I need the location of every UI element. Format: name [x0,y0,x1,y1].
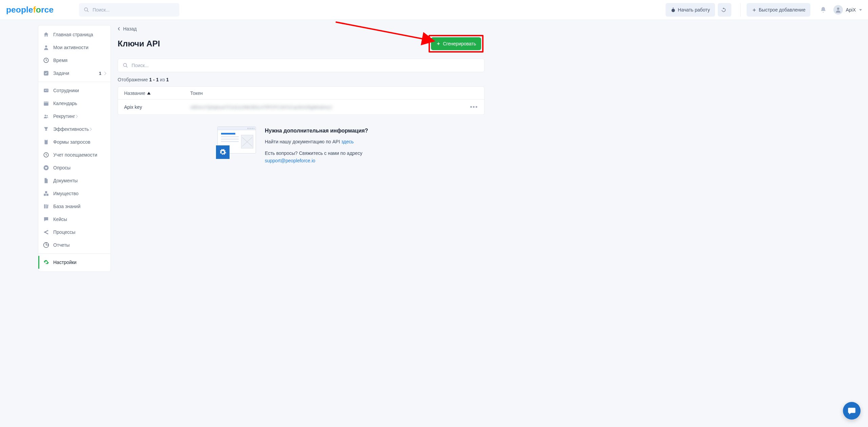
quick-add-button[interactable]: Быстрое добавление [747,3,811,17]
svg-rect-17 [46,194,48,196]
sidebar-item-12[interactable]: Документы [38,174,111,187]
chat-icon [43,216,49,222]
info-illustration [216,126,256,159]
recent-button[interactable] [718,3,731,17]
sidebar-item-6[interactable]: Календарь [38,97,111,110]
svg-point-10 [45,115,46,117]
info-heading: Нужна дополнительная информация? [265,126,368,135]
col-header-name[interactable]: Название [124,90,190,96]
sidebar-item-11[interactable]: Опросы [38,161,111,174]
sidebar-item-10[interactable]: Учет посещаемости [38,148,111,161]
annotation-highlight: Сгенерировать [429,35,484,53]
sidebar-item-19[interactable]: Настройки [38,256,111,269]
username: ApiX [846,7,856,13]
svg-rect-19 [44,204,45,208]
support-email-link[interactable]: support@peopleforce.io [265,158,315,163]
badge: 1 [99,71,101,76]
start-work-button[interactable]: Начать работу [666,3,715,17]
sidebar-item-0[interactable]: Главная страница [38,28,111,41]
calendar-icon [43,100,49,106]
share-icon [43,229,49,235]
global-search[interactable]: Поиск... [79,3,179,17]
sidebar-item-3[interactable]: Задачи1 [38,67,111,80]
chevron-right-icon [103,72,106,75]
cell-token: x9DmcYQHpbuwTCkJLk24MJ8GLH7RTrFC34YvCazS… [190,105,470,110]
svg-point-1 [672,8,675,12]
svg-point-4 [45,45,47,47]
sidebar-item-5[interactable]: Сотрудники [38,84,111,97]
sidebar-item-1[interactable]: Мои активности [38,41,111,54]
avatar [833,5,843,15]
cell-name: Apix key [124,104,190,110]
user-icon [43,44,49,50]
generate-button[interactable]: Сгенерировать [431,37,481,50]
sidebar-item-2[interactable]: Время [38,54,111,67]
sidebar-item-16[interactable]: Процессы [38,226,111,239]
sidebar-item-15[interactable]: Кейсы [38,213,111,226]
chevron-right-icon [88,127,92,131]
svg-point-3 [837,7,840,10]
chat-fab[interactable] [843,402,861,420]
gear-icon [216,145,230,159]
search-icon [84,7,89,13]
books-icon [43,203,49,209]
user-menu[interactable]: ApiX [833,5,862,15]
gear-icon [43,259,49,265]
table-search[interactable] [118,59,485,72]
sidebar-item-7[interactable]: Рекрутинг [38,110,111,123]
chevron-right-icon [75,115,78,118]
people-icon [43,113,49,119]
history-icon [721,7,726,13]
doc-icon [43,178,49,184]
svg-rect-13 [45,139,47,140]
table-row: Apix key x9DmcYQHpbuwTCkJLk24MJ8GLH7RTrF… [118,100,484,115]
row-actions-button[interactable]: ••• [470,103,478,111]
home-icon [43,32,49,38]
col-header-token[interactable]: Токен [190,90,203,96]
page-title: Ключи API [118,39,160,48]
caret-down-icon [859,9,862,11]
table-search-input[interactable] [132,63,479,68]
chat-icon [847,406,856,415]
sidebar-item-13[interactable]: Имущество [38,187,111,200]
chevron-left-icon [118,27,120,31]
svg-rect-9 [44,102,48,106]
svg-rect-20 [46,204,47,208]
sidebar-item-9[interactable]: Формы запросов [38,136,111,148]
svg-point-11 [46,115,48,117]
svg-rect-12 [45,140,48,144]
svg-text:peopleforce: peopleforce [6,5,54,14]
main: Назад Ключи API Сгенерировать Отображени… [111,20,493,427]
check-icon [43,70,49,76]
boxes-icon [43,190,49,197]
trophy-icon [43,126,49,132]
clip-icon [43,139,49,145]
svg-rect-21 [47,205,48,209]
result-count: Отображение 1 - 1 из 1 [118,77,485,82]
api-keys-table: Название Токен Apix key x9DmcYQHpbuwTCkJ… [118,86,485,115]
docs-link[interactable]: здесь [341,139,354,144]
idcard-icon [43,87,49,94]
sidebar-item-17[interactable]: Отчеты [38,239,111,251]
heart-icon [43,165,49,171]
info-panel: Нужна дополнительная информация? Найти н… [118,126,485,165]
topbar: peopleforce Поиск... Начать работу Быстр… [0,0,868,20]
notifications-icon[interactable] [820,6,827,13]
logo[interactable]: peopleforce [6,5,79,15]
svg-point-8 [45,90,46,91]
sidebar: Главная страницаМои активностиВремяЗадач… [38,20,111,427]
pie-icon [43,242,49,248]
svg-rect-2 [673,7,674,8]
stopwatch-icon [671,7,676,13]
plus-icon [752,7,757,13]
back-link[interactable]: Назад [118,26,137,32]
sort-asc-icon [147,92,151,95]
plus-icon [436,41,441,46]
search-icon [123,63,128,68]
sidebar-item-14[interactable]: База знаний [38,200,111,213]
svg-rect-16 [44,194,46,196]
sidebar-item-8[interactable]: Эффективность [38,123,111,136]
svg-rect-6 [44,71,48,76]
svg-rect-18 [45,191,47,193]
global-search-placeholder: Поиск... [93,7,110,13]
